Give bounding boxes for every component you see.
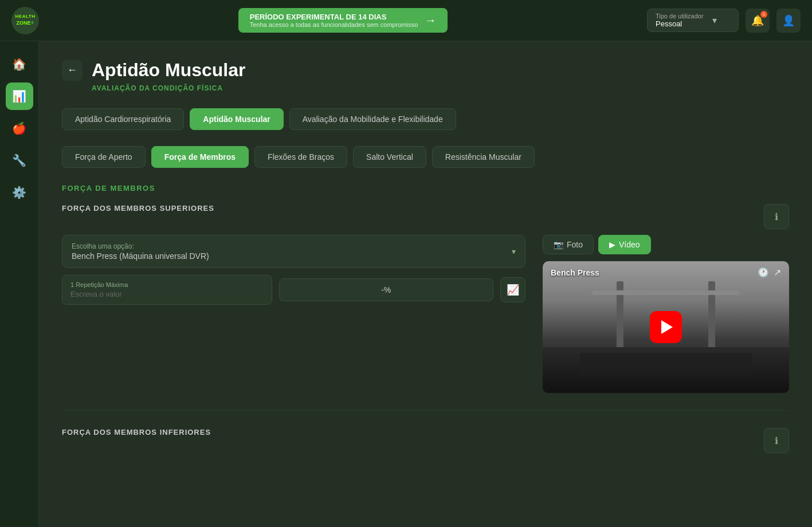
page-subtitle: AVALIAÇÃO DA CONDIÇÃO FÍSICA [92,84,789,92]
notification-badge: 1 [760,11,767,18]
topbar-right: Tipo de utilizador Pessoal ▾ 🔔 1 👤 [647,9,801,33]
lower-info-button[interactable]: ℹ [764,428,789,453]
repetition-max-input[interactable]: 1 Repetição Máxima Escreva o valor [62,275,272,305]
lower-subsection-title: FORÇA DOS MEMBROS INFERIORES [62,428,211,436]
metrics-row: 1 Repetição Máxima Escreva o valor -% 📈 [62,275,525,305]
logo-icon: HEALTH ZONE+ [11,7,39,34]
upper-content: Escolha uma opção: Bench Press (Máquina … [62,235,789,393]
main-tabs: Aptidão Cardiorrespiratória Aptidão Musc… [62,108,789,130]
back-button[interactable]: ← [62,60,83,81]
chart-icon: 📊 [12,89,26,103]
upper-subsection-title: FORÇA DOS MEMBROS SUPERIORES [62,204,214,213]
sidebar-item-tools[interactable]: 🔧 [6,147,33,174]
sidebar-item-home[interactable]: 🏠 [6,50,33,78]
upper-section-header: FORÇA DOS MEMBROS SUPERIORES ℹ [62,204,789,229]
bar-chart-icon: 📈 [507,284,519,296]
notification-button[interactable]: 🔔 1 [746,9,770,33]
exercise-dropdown[interactable]: Escolha uma opção: Bench Press (Máquina … [62,235,525,268]
tab-mobility[interactable]: Avaliação da Mobilidade e Flexibilidade [289,108,456,130]
share-icon: ↗ [774,267,781,278]
user-type-info: Tipo de utilizador Pessoal [656,13,703,28]
rep-max-label: 1 Repetição Máxima [70,281,264,288]
video-title: Bench Press [551,268,599,277]
logo: HEALTH ZONE+ [11,7,39,34]
apple-icon: 🍎 [12,121,26,135]
tab-endurance[interactable]: Resistência Muscular [432,146,535,168]
sidebar-item-settings[interactable]: ⚙️ [6,179,33,206]
tab-grip[interactable]: Força de Aperto [62,146,146,168]
user-type-label: Tipo de utilizador [656,13,703,19]
sidebar-item-chart[interactable]: 📊 [6,82,33,110]
gear-icon: ⚙️ [12,186,26,199]
dropdown-value: Bench Press (Máquina universal DVR) [72,251,209,261]
section-divider [62,410,789,411]
user-type-value: Pessoal [656,19,703,28]
camera-icon: 📷 [554,240,563,249]
video-container[interactable]: Bench Press 🕐 ↗ [543,261,789,393]
bench [580,353,752,376]
tab-vertical[interactable]: Salto Vertical [353,146,426,168]
home-icon: 🏠 [12,57,26,71]
dropdown-label: Escolha uma opção: [72,242,209,250]
tab-muscular[interactable]: Aptidão Muscular [190,108,283,130]
tab-limb[interactable]: Força de Membros [151,146,249,168]
tab-photo[interactable]: 📷 Foto [543,235,594,254]
sub-tabs: Força de Aperto Força de Membros Flexões… [62,146,789,168]
tools-icon: 🔧 [12,154,26,167]
upper-info-button[interactable]: ℹ [764,204,789,229]
topbar: HEALTH ZONE+ PERÍODO EXPERIMENTAL DE 14 … [0,0,812,41]
dropdown-content: Escolha uma opção: Bench Press (Máquina … [72,242,209,261]
section-title: FORÇA DE MEMBROS [62,184,789,192]
back-arrow-icon: ← [67,64,77,76]
main-content: ← Aptidão Muscular AVALIAÇÃO DA CONDIÇÃO… [39,41,812,527]
media-tabs: 📷 Foto ▶ Vídeo [543,235,789,254]
layout: 🏠 📊 🍎 🔧 ⚙️ ← Aptidão Muscular AVALIAÇÃO … [0,41,812,527]
clock-icon: 🕐 [758,267,769,278]
user-type-selector[interactable]: Tipo de utilizador Pessoal ▾ [647,9,739,32]
page-title: Aptidão Muscular [92,60,245,81]
chevron-down-icon: ▾ [712,15,717,26]
page-header: ← Aptidão Muscular [62,60,789,81]
trial-subtitle: Tenha acesso a todas as funcionalidades … [250,21,418,28]
trial-title: PERÍODO EXPERIMENTAL DE 14 DIAS [250,13,418,21]
info-icon: ℹ [775,211,778,222]
video-overlay: Bench Press 🕐 ↗ [543,261,789,284]
tab-pushup[interactable]: Flexões de Braços [254,146,347,168]
tab-video[interactable]: ▶ Vídeo [598,235,651,254]
trial-banner[interactable]: PERÍODO EXPERIMENTAL DE 14 DIAS Tenha ac… [238,8,448,33]
percent-display: -% [279,278,494,301]
upper-content-left: Escolha uma opção: Bench Press (Máquina … [62,235,525,305]
trial-banner-text: PERÍODO EXPERIMENTAL DE 14 DIAS Tenha ac… [250,13,418,28]
chart-button[interactable]: 📈 [500,277,525,302]
rep-max-field[interactable]: Escreva o valor [70,290,264,298]
barbell [592,290,740,295]
profile-button[interactable]: 👤 [776,9,801,33]
info-icon-lower: ℹ [775,435,778,446]
user-icon: 👤 [782,14,795,27]
percent-value: -% [381,285,391,294]
sidebar: 🏠 📊 🍎 🔧 ⚙️ [0,41,39,527]
dropdown-arrow-icon: ▾ [512,247,516,256]
play-button[interactable] [650,311,682,343]
play-icon: ▶ [609,240,615,249]
lower-section-header: FORÇA DOS MEMBROS INFERIORES ℹ [62,428,789,453]
tab-cardio[interactable]: Aptidão Cardiorrespiratória [62,108,184,130]
video-panel: 📷 Foto ▶ Vídeo [543,235,789,393]
play-triangle-icon [661,320,673,334]
trial-arrow: → [425,14,436,27]
sidebar-item-nutrition[interactable]: 🍎 [6,115,33,142]
video-controls: 🕐 ↗ [758,267,781,278]
